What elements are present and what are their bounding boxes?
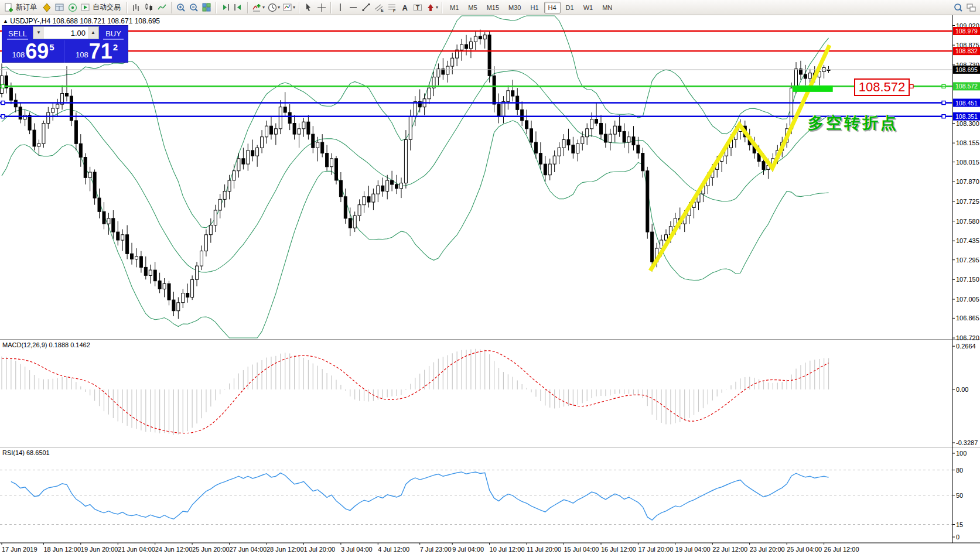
periods-dropdown-caret[interactable]: ▾ (278, 5, 280, 10)
autotrading-label[interactable]: 自动交易 (93, 2, 121, 12)
svg-text:25 Jun 20:00: 25 Jun 20:00 (192, 546, 230, 553)
navigator-icon[interactable] (66, 1, 79, 14)
text-tool-icon[interactable]: A (398, 1, 411, 14)
timeframe-button-w1[interactable]: W1 (579, 2, 597, 13)
indicators-dropdown-caret[interactable]: ▾ (262, 5, 265, 10)
timeframe-button-mn[interactable]: MN (598, 2, 616, 13)
timeframe-button-m1[interactable]: M1 (446, 2, 463, 13)
svg-text:E: E (381, 8, 384, 12)
toolbar-separator (442, 2, 443, 13)
chart-shift-icon[interactable] (232, 1, 245, 14)
template-icon[interactable] (281, 1, 294, 14)
timeframe-button-h1[interactable]: H1 (526, 2, 542, 13)
periods-clock-icon[interactable] (266, 1, 279, 14)
svg-text:0.2664: 0.2664 (956, 343, 976, 350)
svg-text:108.351: 108.351 (955, 113, 978, 120)
svg-text:107.725: 107.725 (956, 198, 979, 205)
svg-text:108.155: 108.155 (956, 139, 979, 146)
chart-canvas[interactable]: 109.020108.875108.730108.300108.155108.0… (0, 0, 980, 554)
svg-text:16 Jul 12:00: 16 Jul 12:00 (601, 546, 636, 553)
new-order-icon[interactable] (2, 1, 15, 14)
collapse-triangle-icon[interactable]: ▲ (3, 18, 8, 24)
toolbar-separator (247, 2, 248, 13)
svg-text:4 Jul 12:00: 4 Jul 12:00 (378, 546, 409, 553)
svg-text:21 Jun 04:00: 21 Jun 04:00 (118, 546, 155, 553)
search-icon[interactable] (952, 1, 965, 14)
svg-text:15 Jul 04:00: 15 Jul 04:00 (564, 546, 599, 553)
svg-text:108.695: 108.695 (955, 66, 978, 73)
svg-text:F: F (393, 9, 396, 13)
crosshair-icon[interactable] (315, 1, 328, 14)
price-annotation-box[interactable]: 108.572 (854, 78, 910, 96)
svg-text:106.720: 106.720 (956, 334, 979, 341)
svg-text:17 Jun 2019: 17 Jun 2019 (2, 546, 37, 553)
buy-button[interactable]: BUY (99, 28, 128, 39)
svg-text:106.865: 106.865 (956, 314, 979, 322)
chart-candles-icon[interactable] (143, 1, 156, 14)
rsi-indicator-label: RSI(14) 68.6501 (2, 449, 50, 456)
volume-decrease-button[interactable]: ▼ (33, 27, 44, 39)
svg-text:A: A (402, 4, 408, 12)
zoom-in-icon[interactable] (175, 1, 187, 14)
market-watch-icon[interactable] (40, 1, 53, 14)
equidistant-channel-tool-icon[interactable]: E (373, 1, 385, 14)
svg-text:T: T (416, 5, 419, 11)
svg-text:107.295: 107.295 (956, 257, 979, 264)
fibonacci-tool-icon[interactable]: F (385, 1, 398, 14)
toolbar: 新订单 自动交易 ▾ ▾ ▾ E F A T ▾ M1M5M15M30H1H4D… (0, 0, 980, 15)
svg-text:80: 80 (956, 467, 963, 474)
template-dropdown-caret[interactable]: ▾ (293, 5, 295, 10)
volume-value[interactable]: 1.00 (44, 27, 88, 39)
text-label-tool-icon[interactable]: T (411, 1, 424, 14)
turning-point-annotation[interactable]: 多空转折点 (808, 112, 899, 134)
svg-text:23 Jul 20:00: 23 Jul 20:00 (750, 546, 785, 553)
svg-text:3 Jul 04:00: 3 Jul 04:00 (341, 546, 373, 553)
volume-increase-button[interactable]: ▲ (88, 27, 98, 39)
symbol-period-label: USDJPY-,H4 (10, 17, 50, 25)
timeframe-button-m30[interactable]: M30 (504, 2, 525, 13)
timeframe-button-m5[interactable]: M5 (464, 2, 481, 13)
tile-windows-icon[interactable] (200, 1, 213, 14)
cursor-icon[interactable] (302, 1, 315, 14)
svg-text:108.300: 108.300 (956, 120, 979, 127)
svg-text:7 Jul 23:00: 7 Jul 23:00 (420, 546, 452, 553)
timeframe-button-h4[interactable]: H4 (544, 2, 561, 13)
svg-text:26 Jul 12:00: 26 Jul 12:00 (824, 546, 859, 553)
timeframe-button-m15[interactable]: M15 (483, 2, 503, 13)
svg-text:22 Jul 12:00: 22 Jul 12:00 (712, 546, 747, 553)
horizontal-line-tool-icon[interactable] (347, 1, 360, 14)
macd-indicator-label: MACD(12,26,9) 0.1888 0.1462 (2, 341, 90, 348)
svg-text:-0.3287: -0.3287 (956, 439, 978, 446)
svg-text:108.572: 108.572 (955, 83, 978, 90)
vertical-line-tool-icon[interactable] (334, 1, 347, 14)
trendline-tool-icon[interactable] (360, 1, 373, 14)
svg-text:0.00: 0.00 (956, 386, 968, 393)
svg-text:19 Jul 04:00: 19 Jul 04:00 (675, 546, 711, 553)
sell-price[interactable]: 108695 (2, 40, 64, 63)
timeframe-button-d1[interactable]: D1 (562, 2, 578, 13)
sell-button[interactable]: SELL (2, 28, 33, 39)
chat-icon[interactable] (965, 1, 978, 14)
arrows-dropdown-caret[interactable]: ▾ (436, 5, 438, 10)
toolbar-separator (127, 2, 128, 13)
new-order-label[interactable]: 新订单 (16, 2, 37, 12)
svg-text:18 Jun 12:00: 18 Jun 12:00 (43, 546, 81, 553)
zoom-out-icon[interactable] (187, 1, 200, 14)
svg-text:27 Jun 04:00: 27 Jun 04:00 (230, 546, 267, 553)
arrows-tool-icon[interactable] (424, 1, 437, 14)
auto-scroll-icon[interactable] (219, 1, 232, 14)
buy-price[interactable]: 108712 (65, 40, 128, 63)
autotrading-icon[interactable] (79, 1, 92, 14)
svg-text:28 Jun 12:00: 28 Jun 12:00 (267, 546, 304, 553)
toolbar-separator (216, 2, 217, 13)
indicators-icon[interactable] (251, 1, 264, 14)
chart-bars-icon[interactable] (130, 1, 143, 14)
chart-line-icon[interactable] (156, 1, 169, 14)
svg-text:100: 100 (956, 450, 967, 457)
data-window-icon[interactable] (53, 1, 66, 14)
svg-text:25 Jul 04:00: 25 Jul 04:00 (787, 546, 822, 553)
svg-text:11 Jul 20:00: 11 Jul 20:00 (527, 546, 561, 553)
svg-text:108.451: 108.451 (955, 100, 978, 107)
svg-text:0: 0 (956, 534, 959, 541)
svg-text:9 Jul 04:00: 9 Jul 04:00 (452, 546, 484, 553)
